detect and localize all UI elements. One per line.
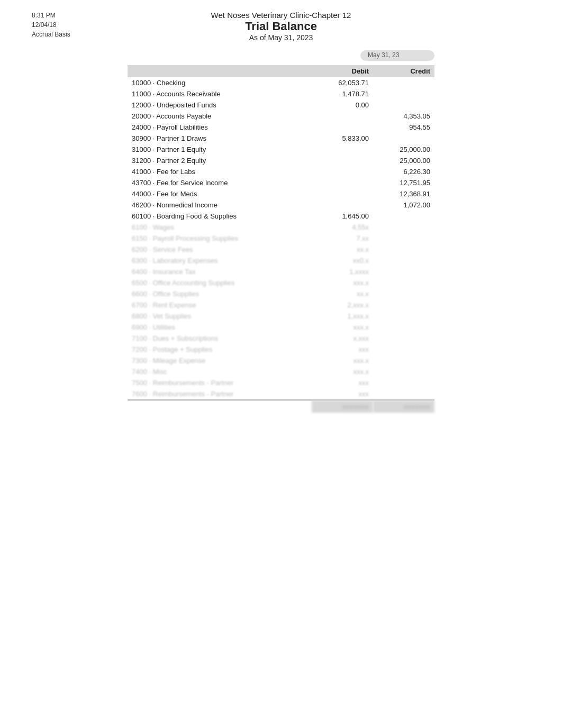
table-row: 6600 · Office Suppliesxx.x	[128, 288, 434, 299]
credit-value	[373, 277, 434, 288]
debit-value: xx0.x	[312, 255, 373, 266]
debit-value: 1,478.71	[312, 88, 373, 99]
table-row: 7600 · Reimbursements - Partnerxxx	[128, 388, 434, 400]
filter-bar: May 31, 23	[128, 50, 434, 61]
debit-value: xxx	[312, 388, 373, 400]
table-row: 7400 · Miscxxx.x	[128, 366, 434, 377]
credit-value	[373, 333, 434, 344]
credit-value	[373, 77, 434, 88]
credit-value	[373, 377, 434, 388]
account-name: 6400 · Insurance Tax	[128, 266, 312, 277]
table-row: 10000 · Checking62,053.71	[128, 77, 434, 88]
table-row: 6150 · Payroll Processing Supplies7.xx	[128, 233, 434, 244]
credit-value	[373, 244, 434, 255]
table-row: 7500 · Reimbursements - Partnerxxx	[128, 377, 434, 388]
credit-value: 25,000.00	[373, 155, 434, 166]
credit-value: 1,072.00	[373, 199, 434, 211]
debit-value	[312, 111, 373, 122]
account-name: 11000 · Accounts Receivable	[128, 88, 312, 99]
table-row: 41000 · Fee for Labs6,226.30	[128, 166, 434, 177]
account-name: 7600 · Reimbursements - Partner	[128, 388, 312, 400]
debit-value	[312, 177, 373, 188]
debit-value: 5,833.00	[312, 133, 373, 144]
trial-balance-table: Debit Credit 10000 · Checking62,053.7111…	[128, 65, 434, 413]
debit-value: 1,xxx.x	[312, 311, 373, 322]
debit-value: xxx.x	[312, 366, 373, 377]
totals-debit: xxxxxxx	[312, 400, 373, 413]
account-name: 44000 · Fee for Meds	[128, 188, 312, 199]
credit-value	[373, 211, 434, 222]
account-name: 7500 · Reimbursements - Partner	[128, 377, 312, 388]
debit-col-header: Debit	[312, 65, 373, 77]
credit-value: 12,751.95	[373, 177, 434, 188]
debit-value: xxx	[312, 344, 373, 355]
account-name: 6150 · Payroll Processing Supplies	[128, 233, 312, 244]
account-name: 31000 · Partner 1 Equity	[128, 144, 312, 155]
table-row: 7100 · Dues + Subscriptionsx,xxx	[128, 333, 434, 344]
credit-value	[373, 344, 434, 355]
credit-value	[373, 255, 434, 266]
table-row: 6800 · Vet Supplies1,xxx.x	[128, 311, 434, 322]
account-name: 31200 · Partner 2 Equity	[128, 155, 312, 166]
credit-value: 954.55	[373, 122, 434, 133]
debit-value: 1,xxxx	[312, 266, 373, 277]
table-row: 6200 · Service Feesxx.x	[128, 244, 434, 255]
debit-value	[312, 199, 373, 211]
table-row: 44000 · Fee for Meds12,368.91	[128, 188, 434, 199]
account-name: 7400 · Misc	[128, 366, 312, 377]
totals-credit: xxxxxxx	[373, 400, 434, 413]
meta-basis: Accrual Basis	[32, 30, 70, 39]
credit-value: 6,226.30	[373, 166, 434, 177]
debit-value	[312, 188, 373, 199]
credit-value	[373, 222, 434, 233]
debit-value	[312, 166, 373, 177]
credit-value: 12,368.91	[373, 188, 434, 199]
debit-value	[312, 144, 373, 155]
credit-value	[373, 299, 434, 311]
table-row: 43700 · Fee for Service Income12,751.95	[128, 177, 434, 188]
account-name: 10000 · Checking	[128, 77, 312, 88]
account-name: 6800 · Vet Supplies	[128, 311, 312, 322]
table-row: 12000 · Undeposited Funds0.00	[128, 99, 434, 111]
credit-value: 25,000.00	[373, 144, 434, 155]
credit-col-header: Credit	[373, 65, 434, 77]
table-row: 7300 · Mileage Expensexxx.x	[128, 355, 434, 366]
credit-value	[373, 311, 434, 322]
meta-info: 8:31 PM 12/04/18 Accrual Basis	[32, 11, 70, 39]
debit-value: x,xxx	[312, 333, 373, 344]
account-name: 6600 · Office Supplies	[128, 288, 312, 299]
debit-value: xx.x	[312, 244, 373, 255]
table-row: 31200 · Partner 2 Equity25,000.00	[128, 155, 434, 166]
account-name: 6200 · Service Fees	[128, 244, 312, 255]
account-name: 41000 · Fee for Labs	[128, 166, 312, 177]
credit-value	[373, 355, 434, 366]
table-row: 7200 · Postage + Suppliesxxx	[128, 344, 434, 355]
table-row: 46200 · Nonmedical Income1,072.00	[128, 199, 434, 211]
account-name: 6100 · Wages	[128, 222, 312, 233]
column-headers-row: Debit Credit	[128, 65, 434, 77]
meta-time: 8:31 PM	[32, 11, 70, 20]
account-name: 30900 · Partner 1 Draws	[128, 133, 312, 144]
debit-value: 4,55x	[312, 222, 373, 233]
account-name: 12000 · Undeposited Funds	[128, 99, 312, 111]
table-row: 60100 · Boarding Food & Supplies1,645.00	[128, 211, 434, 222]
credit-value	[373, 99, 434, 111]
account-name: 6300 · Laboratory Expenses	[128, 255, 312, 266]
credit-value	[373, 233, 434, 244]
table-row: 6500 · Office Accounting Suppliesxxx.x	[128, 277, 434, 288]
account-name: 60100 · Boarding Food & Supplies	[128, 211, 312, 222]
credit-value: 4,353.05	[373, 111, 434, 122]
report-as-of: As of May 31, 2023	[128, 33, 434, 42]
debit-value: xxx.x	[312, 355, 373, 366]
credit-value	[373, 266, 434, 277]
table-row: 6400 · Insurance Tax1,xxxx	[128, 266, 434, 277]
table-row: 11000 · Accounts Receivable1,478.71	[128, 88, 434, 99]
totals-row: xxxxxxxxxxxxxx	[128, 400, 434, 413]
debit-value: 0.00	[312, 99, 373, 111]
clinic-name: Wet Noses Veterinary Clinic-Chapter 12	[128, 11, 434, 20]
date-filter-pill[interactable]: May 31, 23	[360, 50, 434, 61]
account-name: 6700 · Rent Expense	[128, 299, 312, 311]
account-name: 7300 · Mileage Expense	[128, 355, 312, 366]
table-row: 6100 · Wages4,55x	[128, 222, 434, 233]
debit-value: 2,xxx.x	[312, 299, 373, 311]
